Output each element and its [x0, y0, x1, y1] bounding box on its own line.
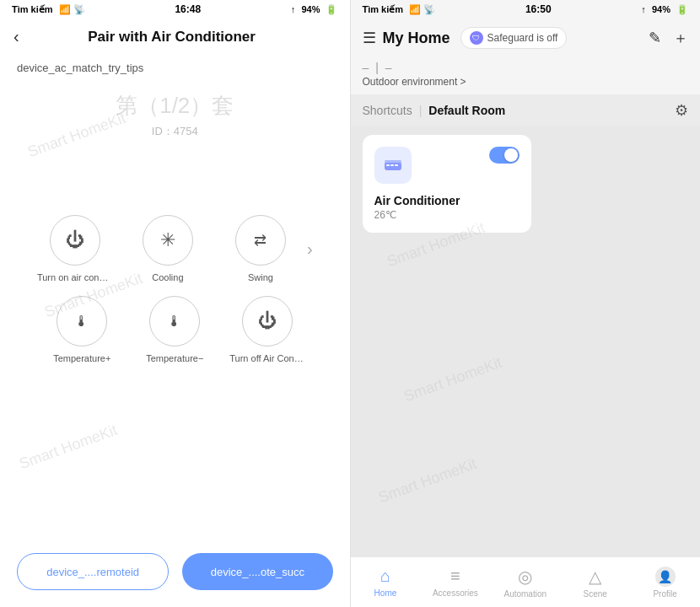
swing-icon: ⇄: [235, 215, 286, 266]
left-header: ‹ Pair with Air Conditioner: [0, 19, 350, 55]
id-label: ID：4754: [152, 124, 198, 139]
menu-icon[interactable]: ☰: [363, 29, 376, 47]
tab-shortcuts[interactable]: Shortcuts: [363, 102, 412, 119]
svg-rect-3: [395, 164, 398, 166]
tabs-bar: Shortcuts | Default Room ⚙: [351, 94, 701, 126]
left-status-battery: ↑ 94% 🔋: [291, 4, 338, 15]
device-name: Air Conditioner: [374, 194, 520, 207]
home-nav-icon: ⌂: [380, 567, 390, 586]
safeguard-badge[interactable]: 🛡 Safeguard is off: [460, 27, 568, 49]
icon-temp-plus[interactable]: 🌡 Temperature+: [44, 296, 120, 363]
device-card[interactable]: Air Conditioner 26℃: [363, 135, 531, 233]
outdoor-env-link[interactable]: Outdoor environment >: [363, 76, 689, 88]
watermark-3: Smart HomeKit: [17, 422, 120, 473]
temp-plus-label: Temperature+: [44, 353, 120, 363]
chevron-right-icon[interactable]: ›: [307, 239, 313, 259]
right-status-time: 16:50: [525, 3, 552, 15]
profile-nav-icon: 👤: [655, 567, 676, 587]
ac-icon: [381, 153, 405, 177]
remote-id-button[interactable]: device_....remoteid: [17, 553, 169, 590]
nav-home[interactable]: ⌂ Home: [351, 567, 421, 598]
toggle-knob: [504, 148, 518, 162]
accessories-nav-icon: ≡: [450, 567, 460, 586]
env-dashes: – | –: [363, 61, 689, 74]
bottom-buttons: device_....remoteid device_....ote_succ: [0, 553, 350, 590]
power-on-icon: ⏻: [50, 215, 100, 266]
edit-icon[interactable]: ✎: [649, 29, 661, 47]
success-button[interactable]: device_....ote_succ: [182, 553, 332, 590]
temp-minus-label: Temperature−: [137, 353, 213, 363]
scene-nav-icon: △: [589, 567, 601, 587]
icon-temp-minus[interactable]: 🌡 Temperature−: [137, 296, 213, 363]
cooling-icon: ✳: [143, 215, 193, 266]
cooling-label: Cooling: [130, 272, 206, 282]
automation-nav-label: Automation: [503, 589, 547, 599]
temp-minus-icon: 🌡: [149, 296, 200, 346]
shield-icon: 🛡: [470, 31, 483, 45]
back-button[interactable]: ‹: [13, 27, 19, 46]
icon-row-1: ⏻ Turn on air conditioner ✳ Cooling ⇄ Sw…: [37, 215, 313, 282]
header-actions: ✎ ＋: [649, 28, 688, 48]
home-nav-label: Home: [374, 588, 397, 598]
automation-nav-icon: ◎: [518, 567, 532, 587]
tab-settings-icon[interactable]: ⚙: [675, 101, 688, 120]
icon-cooling[interactable]: ✳ Cooling: [130, 215, 206, 282]
icon-row-2: 🌡 Temperature+ 🌡 Temperature− ⏻ Turn off…: [44, 296, 305, 363]
status-bar-right: Tìm kiếm 📶 📡 16:50 ↑ 94% 🔋: [351, 0, 701, 19]
profile-nav-label: Profile: [653, 589, 676, 599]
env-bar: – | – Outdoor environment >: [351, 57, 701, 94]
svg-rect-4: [385, 160, 401, 163]
device-temp: 26℃: [374, 209, 520, 221]
tab-divider: |: [419, 104, 423, 117]
tab-default-room[interactable]: Default Room: [428, 102, 505, 119]
card-top: [374, 147, 520, 184]
power-off-icon: ⏻: [242, 296, 293, 346]
icon-swing[interactable]: ⇄ Swing: [223, 215, 299, 282]
nav-scene[interactable]: △ Scene: [560, 567, 630, 599]
nav-accessories[interactable]: ≡ Accessories: [420, 567, 490, 598]
right-status-signal: Tìm kiếm 📶 📡: [363, 4, 436, 15]
left-status-time: 16:48: [175, 3, 201, 15]
left-status-signal: Tìm kiếm 📶 📡: [12, 4, 85, 15]
swing-label: Swing: [223, 272, 299, 282]
page-title: Pair with Air Conditioner: [28, 29, 316, 46]
left-panel: Tìm kiếm 📶 📡 16:48 ↑ 94% 🔋 ‹ Pair with A…: [0, 0, 350, 607]
safeguard-text: Safeguard is off: [487, 32, 558, 44]
bottom-nav: ⌂ Home ≡ Accessories ◎ Automation △ Scen…: [351, 556, 701, 607]
home-title: My Home: [383, 30, 450, 47]
right-watermark-2: Smart HomeKit: [401, 354, 504, 406]
chinese-label: 第（1/2）套: [116, 91, 234, 121]
device-icon-container: [374, 147, 412, 184]
right-panel: Tìm kiếm 📶 📡 16:50 ↑ 94% 🔋 ☰ My Home 🛡 S…: [351, 0, 701, 607]
scene-nav-label: Scene: [583, 589, 606, 599]
right-header: ☰ My Home 🛡 Safeguard is off ✎ ＋: [351, 19, 701, 57]
icons-grid: ⏻ Turn on air conditioner ✳ Cooling ⇄ Sw…: [0, 139, 350, 363]
svg-rect-1: [386, 164, 390, 166]
device-tips: device_ac_match_try_tips: [0, 55, 350, 78]
temp-plus-icon: 🌡: [57, 296, 107, 346]
power-off-label: Turn off Air Conditioner: [229, 353, 305, 363]
nav-automation[interactable]: ◎ Automation: [490, 567, 560, 599]
icon-power-on[interactable]: ⏻ Turn on air conditioner: [37, 215, 113, 282]
icon-power-off[interactable]: ⏻ Turn off Air Conditioner: [229, 296, 305, 363]
power-on-label: Turn on air conditioner: [37, 272, 113, 282]
right-watermark-3: Smart HomeKit: [376, 455, 479, 507]
status-bar-left: Tìm kiếm 📶 📡 16:48 ↑ 94% 🔋: [0, 0, 350, 19]
accessories-nav-label: Accessories: [433, 588, 478, 598]
right-status-battery: ↑ 94% 🔋: [641, 4, 688, 15]
svg-rect-2: [390, 164, 394, 166]
add-icon[interactable]: ＋: [673, 28, 688, 48]
power-toggle[interactable]: [489, 147, 520, 164]
nav-profile[interactable]: 👤 Profile: [630, 567, 700, 599]
